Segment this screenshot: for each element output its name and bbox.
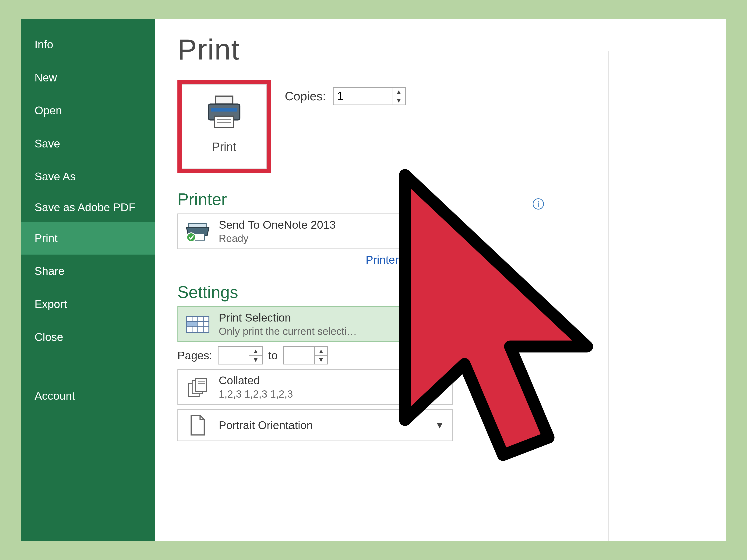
- svg-rect-3: [211, 108, 237, 111]
- printer-properties-link[interactable]: Printer Properties: [177, 254, 453, 266]
- pages-to-label: to: [268, 349, 278, 362]
- sidebar-item-open[interactable]: Open: [21, 94, 155, 127]
- printer-select-dropdown[interactable]: Send To OneNote 2013 Ready ▼: [177, 213, 453, 249]
- pages-label: Pages:: [177, 349, 212, 362]
- sidebar-item-save-as[interactable]: Save As: [21, 160, 155, 193]
- sidebar-divider: [21, 354, 155, 379]
- print-what-line1: Print Selection: [219, 311, 428, 324]
- print-what-line2: Only print the current selecti…: [219, 325, 428, 337]
- sidebar-item-new[interactable]: New: [21, 61, 155, 94]
- spinner-down-icon[interactable]: ▼: [249, 355, 262, 364]
- collation-line2: 1,2,3 1,2,3 1,2,3: [219, 388, 428, 400]
- printer-info-icon[interactable]: i: [533, 198, 544, 210]
- svg-point-8: [187, 233, 196, 242]
- orientation-line1: Portrait Orientation: [219, 419, 428, 432]
- svg-rect-15: [187, 322, 197, 326]
- sidebar-item-export[interactable]: Export: [21, 288, 155, 321]
- panel-divider: [608, 51, 609, 541]
- printer-icon: [204, 95, 244, 131]
- backstage-view: Info New Open Save Save As Save as Adobe…: [21, 19, 726, 541]
- copies-spinner-down-icon[interactable]: ▼: [392, 96, 405, 105]
- printer-section-header: Printer: [177, 190, 710, 209]
- chevron-down-icon: ▼: [435, 226, 444, 237]
- page-title: Print: [177, 33, 710, 66]
- collation-line1: Collated: [219, 374, 428, 387]
- sheet-grid-icon: [184, 316, 212, 333]
- sidebar-item-save[interactable]: Save: [21, 127, 155, 160]
- spinner-up-icon[interactable]: ▲: [249, 347, 262, 355]
- print-what-dropdown[interactable]: Print Selection Only print the current s…: [177, 306, 453, 342]
- portrait-page-icon: [184, 414, 212, 436]
- copies-input[interactable]: [334, 88, 392, 105]
- print-button[interactable]: Print: [177, 80, 271, 174]
- printer-ready-icon: [184, 221, 212, 242]
- print-panel: Print Print Copies:: [155, 19, 726, 541]
- spinner-up-icon[interactable]: ▲: [315, 347, 327, 355]
- sidebar-item-close[interactable]: Close: [21, 321, 155, 354]
- sidebar-item-print[interactable]: Print: [21, 222, 155, 255]
- printer-status: Ready: [219, 233, 428, 244]
- svg-rect-18: [196, 378, 207, 392]
- sidebar-item-account[interactable]: Account: [21, 379, 155, 412]
- collated-pages-icon: [184, 377, 212, 398]
- copies-label: Copies:: [285, 89, 326, 103]
- copies-spinner-up-icon[interactable]: ▲: [392, 88, 405, 96]
- pages-from-input[interactable]: [218, 347, 249, 364]
- orientation-dropdown[interactable]: Portrait Orientation ▼: [177, 409, 453, 441]
- settings-section-header: Settings: [177, 283, 710, 302]
- spinner-down-icon[interactable]: ▼: [315, 355, 327, 364]
- chevron-down-icon: ▼: [435, 420, 444, 430]
- printer-name: Send To OneNote 2013: [219, 218, 428, 231]
- pages-to-input[interactable]: [284, 347, 314, 364]
- svg-rect-6: [189, 223, 206, 228]
- copies-spinner[interactable]: ▲ ▼: [333, 87, 406, 105]
- chevron-down-icon: ▼: [435, 382, 444, 392]
- print-button-label: Print: [212, 140, 236, 154]
- svg-rect-0: [215, 96, 233, 104]
- sidebar-item-save-as-adobe-pdf[interactable]: Save as Adobe PDF: [21, 193, 155, 222]
- pages-range-row: Pages: ▲ ▼ to ▲ ▼: [177, 346, 710, 365]
- pages-from-spinner[interactable]: ▲ ▼: [218, 346, 263, 365]
- collation-dropdown[interactable]: Collated 1,2,3 1,2,3 1,2,3 ▼: [177, 369, 453, 405]
- chevron-down-icon: ▼: [435, 319, 444, 329]
- file-menu-sidebar: Info New Open Save Save As Save as Adobe…: [21, 19, 155, 541]
- pages-to-spinner[interactable]: ▲ ▼: [283, 346, 328, 365]
- sidebar-item-share[interactable]: Share: [21, 255, 155, 288]
- sidebar-item-info[interactable]: Info: [21, 28, 155, 61]
